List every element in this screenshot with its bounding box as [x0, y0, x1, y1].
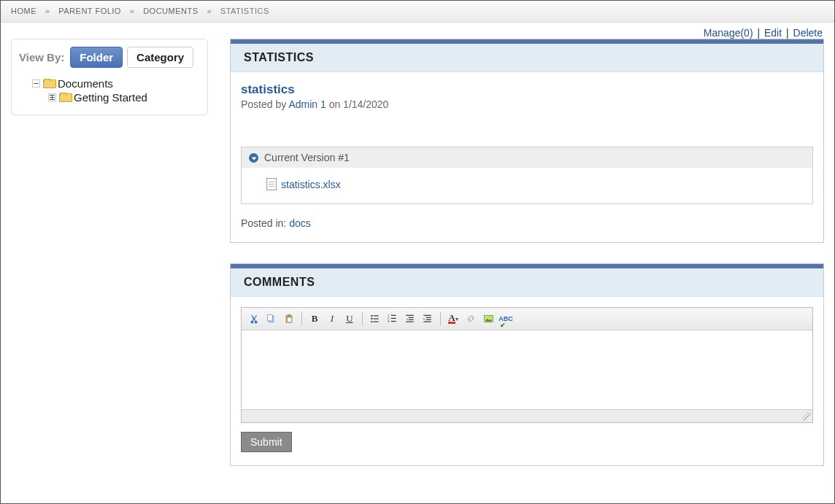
italic-icon[interactable]: I — [324, 311, 340, 327]
svg-rect-19 — [409, 319, 414, 320]
underline-icon[interactable]: U — [342, 311, 358, 327]
svg-rect-16 — [391, 321, 396, 322]
breadcrumb-home[interactable]: HOME — [11, 7, 36, 15]
copy-icon[interactable] — [263, 311, 280, 327]
svg-point-26 — [486, 317, 488, 318]
spellcheck-icon[interactable]: ABC✔ — [498, 311, 514, 327]
tree-node-documents[interactable]: Documents — [19, 77, 200, 90]
svg-rect-1 — [268, 315, 272, 321]
tree-label: Getting Started — [74, 91, 147, 104]
tree-label: Documents — [58, 77, 113, 90]
svg-rect-22 — [426, 317, 431, 318]
file-name: statistics.xlsx — [281, 179, 341, 190]
resize-handle[interactable] — [802, 412, 811, 421]
breadcrumb: HOME » PARENT FOLIO » DOCUMENTS » STATIS… — [1, 1, 834, 23]
toolbar-separator — [301, 312, 302, 325]
tab-category[interactable]: Category — [127, 47, 193, 68]
collapse-icon[interactable] — [32, 80, 40, 88]
comments-panel: COMMENTS — [230, 263, 824, 466]
tab-folder[interactable]: Folder — [70, 47, 123, 68]
svg-rect-6 — [374, 315, 379, 316]
version-header[interactable]: Current Version #1 — [242, 147, 812, 168]
post-date: 1/14/2020 — [343, 98, 388, 110]
link-icon[interactable] — [463, 311, 479, 327]
chevron-right-icon: » — [129, 7, 134, 16]
viewby-panel: View By: Folder Category Documents Getti… — [11, 39, 208, 115]
delete-link[interactable]: Delete — [793, 27, 823, 39]
panel-title: STATISTICS — [231, 44, 823, 72]
text-color-icon[interactable]: A▾ — [445, 311, 461, 327]
toolbar-separator — [440, 312, 441, 325]
svg-point-5 — [371, 315, 372, 317]
posted-meta: Posted by Admin 1 on 1/14/2020 — [241, 98, 813, 110]
paste-icon[interactable] — [281, 311, 297, 327]
bullet-list-icon[interactable] — [367, 311, 383, 327]
svg-rect-24 — [423, 322, 431, 322]
svg-rect-20 — [406, 322, 414, 322]
document-panel: STATISTICS statistics Posted by Admin 1 … — [230, 39, 824, 243]
outdent-icon[interactable] — [402, 311, 418, 327]
file-link[interactable]: statistics.xlsx — [266, 178, 805, 190]
manage-link[interactable]: Manage(0) — [704, 27, 753, 39]
posted-in-link[interactable]: docs — [289, 217, 311, 229]
breadcrumb-documents[interactable]: DOCUMENTS — [143, 7, 198, 15]
editor-footer — [242, 409, 812, 422]
expand-icon[interactable] — [48, 93, 56, 101]
svg-rect-3 — [288, 314, 291, 316]
version-label: Current Version #1 — [264, 152, 350, 163]
svg-rect-21 — [423, 315, 431, 316]
image-icon[interactable] — [480, 311, 496, 327]
tree-node-getting-started[interactable]: Getting Started — [19, 90, 200, 104]
disclosure-icon — [249, 153, 258, 163]
chevron-right-icon: » — [207, 7, 212, 16]
folder-tree: Documents Getting Started — [19, 77, 200, 104]
folder-icon — [43, 79, 55, 88]
rich-text-editor: B I U 123 — [241, 307, 813, 423]
editor-toolbar: B I U 123 — [242, 308, 812, 330]
svg-rect-8 — [374, 318, 379, 319]
svg-rect-14 — [391, 318, 396, 319]
comment-input[interactable] — [242, 330, 812, 409]
edit-link[interactable]: Edit — [764, 27, 782, 39]
folder-icon — [59, 93, 71, 102]
svg-point-9 — [371, 321, 372, 322]
svg-rect-4 — [288, 317, 292, 322]
chevron-right-icon: » — [45, 7, 50, 16]
viewby-label: View By: — [19, 51, 64, 63]
svg-rect-10 — [374, 322, 379, 322]
cut-icon[interactable] — [246, 311, 262, 327]
panel-title: COMMENTS — [231, 268, 823, 297]
document-icon — [266, 178, 277, 190]
bold-icon[interactable]: B — [307, 311, 323, 327]
svg-rect-23 — [426, 319, 431, 320]
author-link[interactable]: Admin 1 — [288, 98, 326, 110]
svg-text:3: 3 — [388, 319, 390, 323]
version-box: Current Version #1 statistics.xlsx — [241, 147, 813, 204]
indent-icon[interactable] — [420, 311, 436, 327]
toolbar-separator — [362, 312, 363, 325]
submit-button[interactable]: Submit — [241, 432, 292, 452]
svg-rect-17 — [406, 315, 414, 316]
page-actions: Manage(0) | Edit | Delete — [1, 23, 834, 39]
svg-point-7 — [371, 318, 372, 319]
document-title-link[interactable]: statistics — [241, 82, 295, 96]
number-list-icon[interactable]: 123 — [385, 311, 401, 327]
svg-rect-12 — [391, 315, 396, 316]
breadcrumb-parent-folio[interactable]: PARENT FOLIO — [58, 7, 121, 15]
breadcrumb-current: STATISTICS — [220, 7, 269, 15]
svg-rect-18 — [409, 317, 414, 318]
posted-in: Posted in: docs — [241, 217, 813, 229]
